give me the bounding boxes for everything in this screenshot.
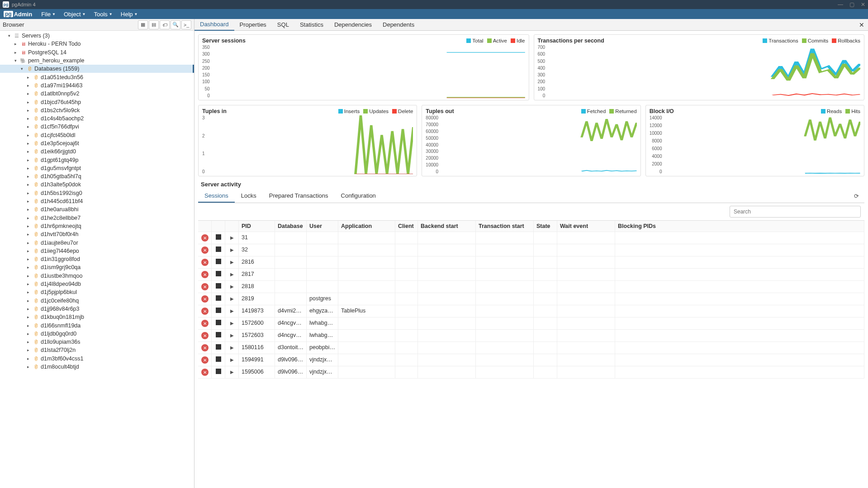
tree-row[interactable]: ▸🛢d1m8ocult4btjd (0, 363, 194, 371)
table-row[interactable]: ✕▶2817 (198, 269, 864, 281)
table-row[interactable]: ✕▶1419873d4vmi21na...ehgyzaoeo...TablePl… (198, 305, 864, 317)
tree-row[interactable]: ▸🛢d1iustbe3hmqoo (0, 272, 194, 280)
tool-search-icon[interactable]: 🔍 (171, 20, 180, 29)
chevron-icon[interactable]: ▸ (25, 75, 31, 80)
maximize-icon[interactable]: ▢ (849, 1, 854, 8)
tree-row[interactable]: ▸🛢d1in31ggro8fod (0, 255, 194, 263)
chevron-icon[interactable]: ▾ (6, 33, 12, 38)
chevron-icon[interactable]: ▸ (25, 241, 31, 245)
table-row[interactable]: ✕▶1580116d3ontoit0q...peobpbispl... (198, 342, 864, 354)
cancel-icon[interactable]: ✕ (201, 369, 209, 376)
chevron-icon[interactable]: ▸ (25, 91, 31, 96)
cancel-icon[interactable]: ✕ (201, 246, 209, 254)
table-row[interactable]: ✕▶1595006d9lv09661...vjndzjxutyx... (198, 366, 864, 379)
chevron-icon[interactable]: ▸ (25, 315, 31, 319)
act-tab-locks[interactable]: Locks (235, 190, 263, 203)
chevron-icon[interactable]: ▸ (25, 182, 31, 187)
stop-icon[interactable] (216, 308, 221, 313)
tree-row[interactable]: ▸🛢d1a97mi1944i63 (0, 81, 194, 90)
tree-row[interactable]: ▸🖥Heroku - PERN Todo (0, 40, 194, 48)
chevron-icon[interactable]: ▸ (25, 348, 31, 352)
tree-row[interactable]: ▸🛢d1l66snmfl19da (0, 321, 194, 329)
tree-row[interactable]: ▸🛢d1h5bs1992isg0 (0, 189, 194, 197)
tree-row[interactable]: ▸🛢d1iieg7l446epo (0, 247, 194, 255)
expand-icon[interactable]: ▶ (230, 284, 234, 289)
chevron-icon[interactable]: ▸ (25, 191, 31, 195)
tree-row[interactable]: ▸🛢d1ljdb0gq0rd0 (0, 330, 194, 338)
cancel-icon[interactable]: ✕ (201, 308, 209, 315)
tree-row[interactable]: ▸🛢d1cjfct45b0ldl (0, 131, 194, 139)
expand-icon[interactable]: ▶ (230, 333, 234, 338)
tab-properties[interactable]: Properties (234, 19, 272, 31)
chevron-icon[interactable]: ▾ (13, 58, 18, 63)
cancel-icon[interactable]: ✕ (201, 259, 209, 266)
chevron-icon[interactable]: ▸ (25, 116, 31, 121)
expand-icon[interactable]: ▶ (230, 296, 234, 301)
cancel-icon[interactable]: ✕ (201, 283, 209, 290)
chevron-icon[interactable]: ▸ (25, 323, 31, 328)
table-row[interactable]: ✕▶31 (198, 232, 864, 244)
tree-row[interactable]: ▾☰Servers (3) (0, 32, 194, 40)
chevron-icon[interactable]: ▸ (25, 124, 31, 129)
chevron-icon[interactable]: ▸ (25, 133, 31, 137)
chevron-icon[interactable]: ▾ (19, 66, 24, 71)
chevron-icon[interactable]: ▸ (13, 42, 18, 46)
chevron-icon[interactable]: ▸ (25, 307, 31, 311)
act-tab-prepared[interactable]: Prepared Transactions (263, 190, 335, 203)
cancel-icon[interactable]: ✕ (201, 356, 209, 364)
chevron-icon[interactable]: ▸ (25, 274, 31, 278)
chevron-icon[interactable]: ▸ (25, 340, 31, 344)
tree-row[interactable]: ▸🛢d1ism9grj9c0qa (0, 263, 194, 271)
expand-icon[interactable]: ▶ (230, 235, 234, 240)
tree-row[interactable]: ▸🛢d1h05gtba5hl7q (0, 172, 194, 180)
chevron-icon[interactable]: ▸ (25, 332, 31, 336)
table-row[interactable]: ✕▶2816 (198, 256, 864, 269)
tool-table-icon[interactable]: ▦ (138, 20, 148, 29)
tree-row[interactable]: ▸🛢d1m3bf60v4css1 (0, 355, 194, 363)
stop-icon[interactable] (216, 295, 221, 301)
menu-help[interactable]: Help▼ (121, 11, 138, 18)
chevron-icon[interactable]: ▸ (25, 298, 31, 303)
tab-close-icon[interactable]: ✕ (859, 21, 864, 28)
chevron-icon[interactable]: ▸ (25, 158, 31, 162)
tree-row[interactable]: ▸🖥PostgreSQL 14 (0, 48, 194, 57)
chevron-icon[interactable]: ▸ (25, 108, 31, 113)
tree-row[interactable]: ▸🛢d1j5pjplp6bkul (0, 288, 194, 296)
chevron-icon[interactable]: ▸ (25, 282, 31, 286)
menu-file[interactable]: File▼ (41, 11, 56, 18)
tree-row[interactable]: ▸🛢d1gu5msvfgntpt (0, 164, 194, 172)
tab-dashboard[interactable]: Dashboard (194, 19, 234, 31)
close-icon[interactable]: ✕ (861, 1, 865, 8)
expand-icon[interactable]: ▶ (230, 308, 234, 313)
tree-row[interactable]: ▸🛢d1h445cd611bf4 (0, 197, 194, 205)
menu-tools[interactable]: Tools▼ (94, 11, 113, 18)
chevron-icon[interactable]: ▸ (25, 290, 31, 294)
tree-row[interactable]: ▸🛢d1j4l8dpeo94db (0, 280, 194, 288)
tab-sql[interactable]: SQL (272, 19, 294, 31)
tree-row[interactable]: ▸🛢d1gpt61gtq49p (0, 156, 194, 164)
tree[interactable]: ▾☰Servers (3)▸🖥Heroku - PERN Todo▸🖥Postg… (0, 31, 194, 488)
stop-icon[interactable] (216, 332, 221, 337)
tree-row[interactable]: ▸🛢d1kbuq0n181mjb (0, 313, 194, 321)
cancel-icon[interactable]: ✕ (201, 234, 209, 242)
expand-icon[interactable]: ▶ (230, 345, 234, 350)
chevron-icon[interactable]: ▸ (25, 207, 31, 212)
stop-icon[interactable] (216, 283, 221, 289)
cancel-icon[interactable]: ✕ (201, 295, 209, 303)
stop-icon[interactable] (216, 259, 221, 264)
chevron-icon[interactable]: ▸ (25, 356, 31, 361)
tree-row[interactable]: ▾🐘pern_heroku_example (0, 57, 194, 65)
tree-row[interactable]: ▸🛢d1lsta2f70lj2n (0, 346, 194, 354)
chevron-icon[interactable]: ▸ (25, 216, 31, 220)
chevron-icon[interactable]: ▸ (25, 141, 31, 146)
tree-row[interactable]: ▸🛢d1jc0ceife80hq (0, 297, 194, 305)
tree-row[interactable]: ▸🛢d1atlbt0nnp5v2 (0, 90, 194, 98)
tab-dependents[interactable]: Dependents (377, 19, 420, 31)
tool-tag-icon[interactable]: 🏷 (160, 20, 170, 29)
expand-icon[interactable]: ▶ (230, 321, 234, 326)
tree-row[interactable]: ▸🛢d1llo9upiam36s (0, 338, 194, 346)
tool-grid-icon[interactable]: ▤ (149, 20, 159, 29)
chevron-icon[interactable]: ▸ (25, 257, 31, 261)
tree-row[interactable]: ▸🛢d1iaujte8eu7or (0, 238, 194, 246)
chevron-icon[interactable]: ▸ (25, 83, 31, 88)
